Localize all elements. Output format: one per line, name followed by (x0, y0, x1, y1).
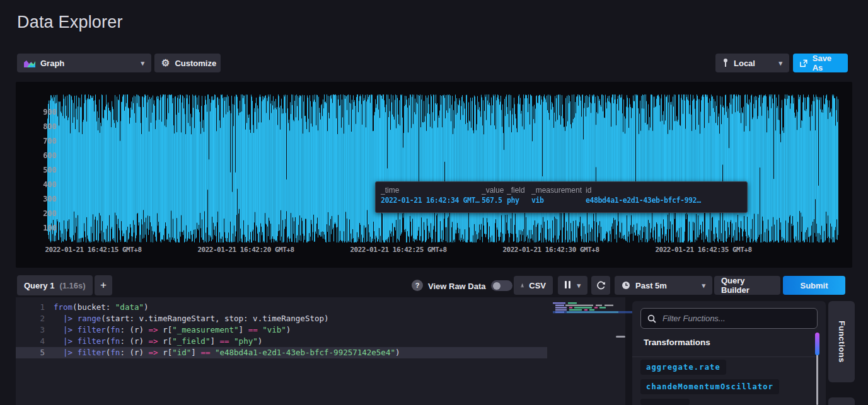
tooltip-field-label: _value (482, 186, 507, 195)
graph-panel: 100200300400500600700800900 2022-01-21 1… (16, 82, 852, 268)
time-range-dropdown[interactable]: Past 5m ▾ (615, 276, 712, 295)
view-raw-data-label: View Raw Data (428, 282, 486, 291)
query-tab[interactable]: Query 1 (1.16s) (17, 275, 93, 295)
function-item-aggregate.rate[interactable]: aggregate.rate (640, 360, 726, 375)
time-range-label: Past 5m (635, 281, 667, 290)
toggle-knob (493, 282, 501, 290)
submit-button[interactable]: Submit (783, 276, 845, 295)
line-number: 1 (16, 302, 45, 313)
divider (632, 357, 817, 357)
code-line[interactable]: |> filter(fn: (r) => r["id"] == "e48bd4a… (54, 347, 400, 358)
y-tick-label: 600 (43, 151, 57, 160)
functions-panel: Transformations aggregate.ratechandeMome… (632, 301, 826, 405)
help-icon[interactable]: ? (412, 280, 423, 291)
y-tick-label: 400 (43, 180, 57, 189)
tooltip-field-label: _time (381, 186, 482, 195)
visualization-type-dropdown[interactable]: Graph ▾ (17, 54, 151, 72)
y-tick-label: 500 (43, 166, 57, 174)
tooltip-field-value: 567.5 (482, 196, 507, 205)
tab-partial[interactable] (828, 397, 855, 405)
tooltip-field: _fieldphy (507, 186, 531, 212)
filter-functions-searchbox[interactable] (640, 308, 818, 329)
search-icon (647, 314, 656, 323)
local-label: Local (734, 59, 755, 68)
y-tick-label: 800 (43, 122, 57, 131)
code-line[interactable]: |> filter(fn: (r) => r["_field"] == "phy… (54, 336, 262, 347)
tooltip-field: ide48bd4a1-e2d1-43eb-bfcf-992… (586, 186, 743, 212)
query-duration: (1.16s) (59, 281, 85, 290)
line-number: 5 (16, 347, 45, 358)
customize-label: Customize (175, 59, 216, 68)
y-tick-label: 700 (43, 137, 57, 145)
pause-icon (565, 281, 570, 290)
csv-download-button[interactable]: CSV (514, 276, 553, 295)
page-title: Data Explorer (17, 13, 123, 32)
data-explorer-page: Data Explorer Graph ▾ ⚙ Customize Local … (0, 0, 868, 405)
tab-functions[interactable]: Functions (828, 301, 855, 382)
refresh-button[interactable] (591, 276, 610, 295)
tooltip-field-label: id (586, 186, 743, 195)
tooltip-field: _time2022-01-21 16:42:34 GMT+8 (381, 186, 482, 212)
tooltip-field-label: _measurement (531, 186, 586, 195)
x-tick-label: 2022-01-21 16:42:30 GMT+8 (502, 246, 599, 254)
clock-icon (622, 281, 630, 290)
csv-label: CSV (529, 281, 546, 290)
x-tick-label: 2022-01-21 16:42:15 GMT+8 (45, 246, 141, 254)
area-graph-icon (24, 59, 35, 67)
save-as-button[interactable]: Save As (793, 54, 848, 72)
filter-functions-input[interactable] (661, 313, 811, 324)
tooltip-field-value: vib (531, 196, 586, 205)
x-tick-label: 2022-01-21 16:42:25 GMT+8 (350, 246, 446, 254)
chevron-down-icon: ▾ (577, 282, 581, 290)
code-line[interactable]: from(bucket: "data") (54, 302, 149, 313)
save-as-label: Save As (813, 54, 841, 72)
function-item-partial[interactable] (640, 399, 690, 405)
y-tick-label: 900 (43, 108, 57, 117)
tooltip-field-value: phy (507, 196, 531, 205)
refresh-icon (596, 281, 606, 290)
add-query-button[interactable]: + (95, 275, 112, 295)
chevron-down-icon: ▾ (702, 282, 705, 290)
code-line[interactable]: |> filter(fn: (r) => r["_measurement"] =… (54, 324, 291, 336)
chevron-down-icon: ▾ (778, 59, 782, 67)
functions-scrollbar-thumb[interactable] (815, 333, 819, 355)
local-dropdown[interactable]: Local ▾ (715, 54, 789, 72)
gear-icon: ⚙ (161, 57, 170, 69)
function-item-chandeMomentumOscillator[interactable]: chandeMomentumOscillator (640, 379, 779, 394)
tooltip-field: _measurementvib (531, 186, 586, 212)
flux-code-editor[interactable]: 1from(bucket: "data")2 |> range(start: v… (16, 297, 625, 405)
tooltip-field-value: 2022-01-21 16:42:34 GMT+8 (381, 196, 482, 205)
pin-icon (722, 59, 729, 67)
line-number: 2 (16, 313, 45, 324)
line-number: 3 (16, 324, 45, 336)
tooltip-field-value: e48bd4a1-e2d1-43eb-bfcf-992… (586, 196, 743, 205)
pane-resize-handle[interactable] (616, 336, 625, 338)
x-tick-label: 2022-01-21 16:42:20 GMT+8 (197, 246, 294, 254)
functions-section-title: Transformations (644, 338, 710, 347)
time-series-chart[interactable] (47, 94, 838, 242)
chart-tooltip: _time2022-01-21 16:42:34 GMT+8_value567.… (375, 181, 748, 213)
download-icon (521, 281, 524, 290)
view-raw-data-toggle[interactable] (491, 280, 512, 291)
editor-minimap[interactable] (553, 302, 635, 314)
y-tick-label: 200 (43, 209, 57, 218)
plus-icon: + (100, 279, 107, 292)
tooltip-field-label: _field (507, 186, 531, 195)
chevron-down-icon: ▾ (141, 59, 144, 67)
y-tick-label: 100 (43, 224, 57, 232)
code-line[interactable]: |> range(start: v.timeRangeStart, stop: … (54, 313, 329, 324)
query-tab-name: Query 1 (24, 281, 54, 290)
query-builder-button[interactable]: Query Builder (714, 276, 780, 295)
customize-button[interactable]: ⚙ Customize (154, 54, 221, 72)
y-tick-label: 300 (43, 195, 57, 203)
tooltip-field: _value567.5 (482, 186, 507, 212)
line-number: 4 (16, 336, 45, 347)
export-icon (800, 59, 807, 67)
x-tick-label: 2022-01-21 16:42:35 GMT+8 (655, 246, 751, 254)
pause-button[interactable]: ▾ (558, 276, 587, 295)
visualization-type-label: Graph (40, 59, 64, 68)
